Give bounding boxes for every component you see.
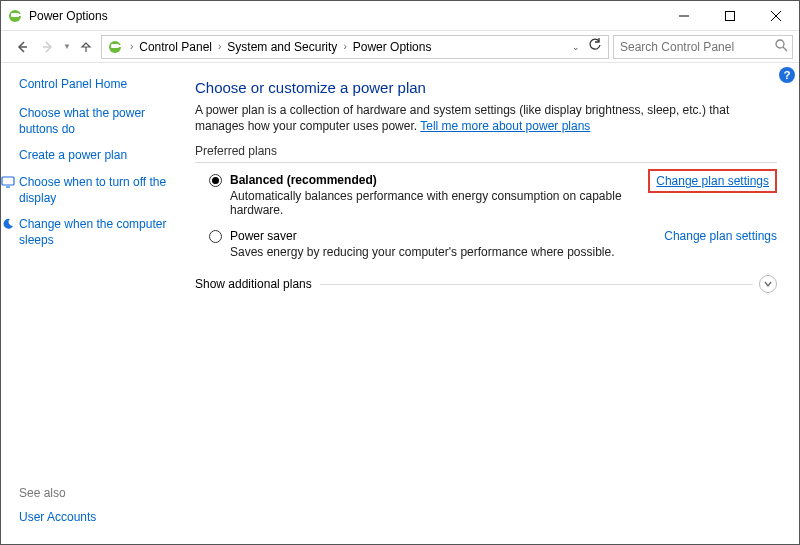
sleep-icon <box>1 217 15 231</box>
power-options-app-icon <box>7 8 23 24</box>
power-options-window: Power Options ▼ › Control Panel › <box>0 0 800 545</box>
svg-rect-12 <box>119 45 121 47</box>
show-additional-plans[interactable]: Show additional plans <box>195 275 777 293</box>
power-options-location-icon <box>106 38 124 56</box>
plan-row-power-saver: Power saver Saves energy by reducing you… <box>195 227 777 269</box>
search-icon[interactable] <box>775 39 788 55</box>
svg-line-14 <box>783 47 787 51</box>
help-icon[interactable]: ? <box>779 67 795 83</box>
close-button[interactable] <box>753 1 799 31</box>
nav-bar: ▼ › Control Panel › System and Security … <box>1 31 799 63</box>
sidebar: Control Panel Home Choose what the power… <box>1 63 191 544</box>
breadcrumb-control-panel[interactable]: Control Panel <box>137 40 214 54</box>
learn-more-link[interactable]: Tell me more about power plans <box>420 119 590 133</box>
forward-button[interactable] <box>37 36 59 58</box>
content-body: Control Panel Home Choose what the power… <box>1 63 799 544</box>
chevron-right-icon[interactable]: › <box>214 41 225 52</box>
radio-balanced[interactable] <box>209 174 222 187</box>
maximize-button[interactable] <box>707 1 753 31</box>
chevron-right-icon[interactable]: › <box>126 41 137 52</box>
refresh-button[interactable] <box>584 38 606 55</box>
recent-locations-dropdown[interactable]: ▼ <box>63 42 71 51</box>
show-additional-plans-label: Show additional plans <box>195 277 312 291</box>
chevron-down-icon[interactable] <box>759 275 777 293</box>
svg-rect-11 <box>111 44 119 48</box>
display-icon <box>1 175 15 189</box>
divider <box>195 162 777 163</box>
plan-desc-balanced: Automatically balances performance with … <box>230 189 632 217</box>
back-button[interactable] <box>11 36 33 58</box>
change-plan-settings-power-saver[interactable]: Change plan settings <box>664 229 777 243</box>
main-panel: ? Choose or customize a power plan A pow… <box>191 63 799 544</box>
page-title: Choose or customize a power plan <box>195 79 777 96</box>
plan-name-power-saver: Power saver <box>230 229 648 243</box>
see-also-user-accounts[interactable]: User Accounts <box>19 510 96 524</box>
breadcrumb-power-options[interactable]: Power Options <box>351 40 434 54</box>
search-input[interactable] <box>618 39 775 55</box>
plan-name-balanced: Balanced (recommended) <box>230 173 632 187</box>
divider <box>320 284 753 285</box>
svg-rect-4 <box>726 11 735 20</box>
sidebar-link-turn-off-display[interactable]: Choose when to turn off the display <box>19 174 181 206</box>
sidebar-link-create-plan[interactable]: Create a power plan <box>19 147 181 163</box>
chevron-right-icon[interactable]: › <box>339 41 350 52</box>
preferred-plans-label: Preferred plans <box>195 144 777 158</box>
svg-rect-15 <box>2 177 14 185</box>
svg-rect-2 <box>19 14 21 16</box>
address-bar[interactable]: › Control Panel › System and Security › … <box>101 35 609 59</box>
svg-rect-1 <box>11 13 19 17</box>
search-box[interactable] <box>613 35 793 59</box>
plan-row-balanced: Balanced (recommended) Automatically bal… <box>195 171 777 227</box>
plan-desc-power-saver: Saves energy by reducing your computer's… <box>230 245 648 259</box>
change-plan-settings-balanced[interactable]: Change plan settings <box>648 169 777 193</box>
window-title: Power Options <box>29 9 661 23</box>
svg-point-13 <box>776 40 784 48</box>
see-also-section: See also User Accounts <box>19 486 96 524</box>
sidebar-link-power-buttons[interactable]: Choose what the power buttons do <box>19 105 181 137</box>
title-bar: Power Options <box>1 1 799 31</box>
up-button[interactable] <box>75 36 97 58</box>
control-panel-home-link[interactable]: Control Panel Home <box>19 77 181 91</box>
sidebar-link-computer-sleeps[interactable]: Change when the computer sleeps <box>19 216 181 248</box>
page-description: A power plan is a collection of hardware… <box>195 102 777 134</box>
radio-power-saver[interactable] <box>209 230 222 243</box>
minimize-button[interactable] <box>661 1 707 31</box>
breadcrumb-system-security[interactable]: System and Security <box>225 40 339 54</box>
address-history-dropdown[interactable]: ⌄ <box>568 42 584 52</box>
see-also-heading: See also <box>19 486 96 500</box>
